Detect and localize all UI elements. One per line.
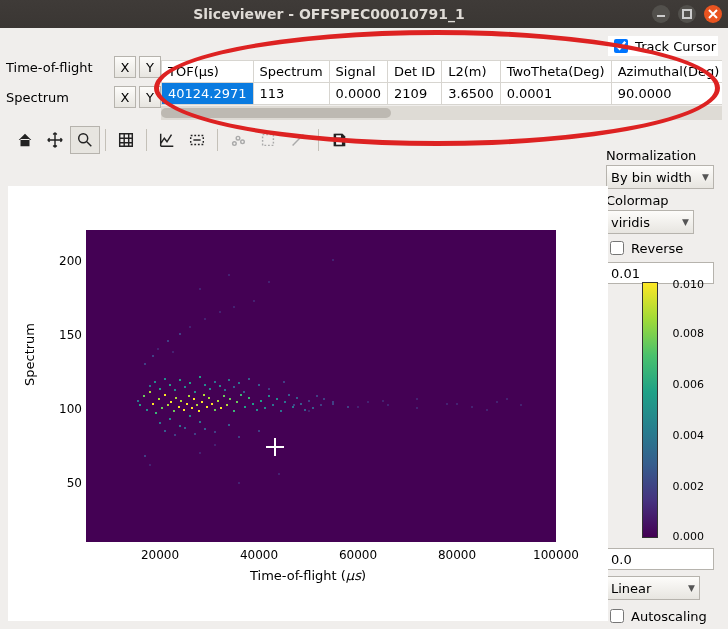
data-point — [280, 410, 282, 412]
data-point — [203, 394, 205, 396]
window-title: Sliceviewer - OFFSPEC00010791_1 — [6, 6, 652, 22]
td-detid[interactable]: 2109 — [388, 83, 442, 105]
th-twotheta[interactable]: TwoTheta(Deg) — [500, 61, 611, 83]
svg-rect-0 — [683, 10, 691, 18]
data-point — [204, 318, 206, 320]
cursor-crosshair — [266, 438, 284, 456]
colormap-select[interactable]: viridis▼ — [606, 210, 694, 234]
data-point — [167, 340, 169, 342]
td-twotheta[interactable]: 0.0001 — [500, 83, 611, 105]
colorbar-ticks: 0.010 0.008 0.006 0.004 0.002 0.000 — [660, 278, 704, 542]
data-point — [367, 401, 369, 403]
data-point — [184, 427, 186, 429]
data-point — [209, 388, 211, 390]
data-point — [520, 404, 522, 406]
data-point — [170, 401, 172, 403]
ytick: 50 — [56, 476, 82, 490]
data-point — [283, 381, 285, 383]
data-point — [211, 403, 213, 405]
th-detid[interactable]: Det ID — [388, 61, 442, 83]
xtick: 20000 — [141, 548, 179, 562]
th-signal[interactable]: Signal — [329, 61, 388, 83]
cb-tick: 0.000 — [673, 530, 705, 543]
td-l2[interactable]: 3.6500 — [442, 83, 501, 105]
data-point — [179, 333, 181, 335]
normalization-value: By bin width — [611, 170, 692, 185]
save-button[interactable] — [324, 126, 354, 154]
data-point — [175, 397, 177, 399]
zoom-button[interactable] — [70, 126, 100, 154]
lineplot-button[interactable] — [152, 126, 182, 154]
reverse-checkbox[interactable] — [610, 241, 624, 255]
data-point — [248, 397, 250, 399]
lower-right-controls: 0.0 Linear▼ Autoscaling — [606, 548, 720, 626]
close-button[interactable] — [704, 5, 722, 23]
track-cursor-toggle[interactable]: Track Cursor — [608, 36, 718, 56]
maximize-button[interactable] — [678, 5, 696, 23]
th-spectrum[interactable]: Spectrum — [253, 61, 329, 83]
td-spectrum[interactable]: 113 — [253, 83, 329, 105]
colorbar — [642, 282, 658, 538]
region-button[interactable] — [182, 126, 212, 154]
data-point — [143, 395, 145, 397]
plot-area[interactable] — [86, 230, 556, 542]
th-l2[interactable]: L2(m) — [442, 61, 501, 83]
data-point — [416, 398, 418, 400]
td-azimuthal[interactable]: 90.0000 — [611, 83, 722, 105]
th-azimuthal[interactable]: Azimuthal(Deg) — [611, 61, 722, 83]
data-point — [179, 425, 181, 427]
data-point — [220, 407, 222, 409]
minimize-button[interactable] — [652, 5, 670, 23]
td-tof[interactable]: 40124.2971 — [162, 83, 254, 105]
autoscaling-toggle[interactable]: Autoscaling — [606, 606, 720, 626]
data-point — [284, 401, 286, 403]
data-point — [357, 406, 359, 408]
data-point — [144, 363, 146, 365]
svg-rect-8 — [335, 141, 342, 146]
track-cursor-checkbox[interactable] — [614, 39, 628, 53]
cursor-table-row[interactable]: 40124.2971 113 0.0000 2109 3.6500 0.0001… — [162, 83, 723, 105]
home-button[interactable] — [10, 126, 40, 154]
svg-point-4 — [236, 136, 240, 140]
pick-button — [223, 126, 253, 154]
pan-button[interactable] — [40, 126, 70, 154]
chevron-down-icon: ▼ — [682, 217, 689, 227]
axis-spectrum-y-button[interactable]: Y — [139, 86, 161, 108]
cursor-table-header-row: TOF(μs) Spectrum Signal Det ID L2(m) Two… — [162, 61, 723, 83]
reverse-toggle[interactable]: Reverse — [606, 238, 720, 258]
xtick: 80000 — [438, 548, 476, 562]
data-point — [199, 376, 201, 378]
data-point — [233, 410, 235, 412]
autoscaling-checkbox[interactable] — [610, 609, 624, 623]
colormap-label: Colormap — [606, 193, 720, 208]
data-point — [159, 388, 161, 390]
th-tof[interactable]: TOF(μs) — [162, 61, 254, 83]
cmin-input[interactable]: 0.0 — [606, 548, 714, 570]
data-point — [300, 403, 302, 405]
data-point — [164, 430, 166, 432]
xtick: 100000 — [533, 548, 579, 562]
scale-select[interactable]: Linear▼ — [606, 576, 700, 600]
data-point — [233, 386, 235, 388]
data-point — [198, 410, 200, 412]
axis-tof-y-button[interactable]: Y — [139, 56, 161, 78]
cursor-table-wrap: Track Cursor TOF(μs) Spectrum Signal Det… — [161, 34, 722, 120]
cb-tick: 0.010 — [673, 278, 705, 291]
axis-tof-x-button[interactable]: X — [114, 56, 136, 78]
data-point — [164, 378, 166, 380]
data-point — [264, 407, 266, 409]
data-point — [204, 428, 206, 430]
data-point — [189, 382, 191, 384]
data-point — [278, 473, 280, 475]
axis-spectrum-x-button[interactable]: X — [114, 86, 136, 108]
data-point — [196, 404, 198, 406]
table-h-scrollbar[interactable] — [161, 106, 722, 120]
td-signal[interactable]: 0.0000 — [329, 83, 388, 105]
data-point — [248, 378, 250, 380]
data-point — [199, 452, 201, 454]
right-panel: Normalization By bin width▼ Colormap vir… — [606, 148, 720, 284]
normalization-select[interactable]: By bin width▼ — [606, 165, 714, 189]
grid-button[interactable] — [111, 126, 141, 154]
data-point — [173, 410, 175, 412]
data-point — [244, 406, 246, 408]
